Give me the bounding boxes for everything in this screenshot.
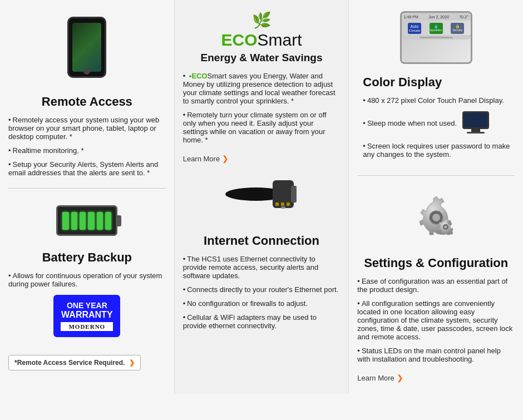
internet-bullet-3: No configuration or firewalls to adjust.	[183, 299, 341, 308]
eco-text: ECO	[221, 31, 257, 49]
monitor-icon	[461, 110, 490, 136]
column-1: Remote Access Remotely access your syste…	[0, 0, 175, 394]
gear-icon	[411, 192, 461, 243]
ethernet-image-wrapper	[183, 164, 341, 228]
display-status-bar: 1:49 PM Jun 2, 2020 70.2°	[402, 13, 471, 21]
phone-icon	[67, 17, 106, 78]
eco-bullet-1: •ECOSmart saves you Energy, Water and Mo…	[183, 72, 341, 105]
display-bullet-1: 480 x 272 pixel Color Touch Panel Displa…	[363, 96, 515, 105]
bullet-item: Remotely access your system using your w…	[8, 116, 166, 141]
svg-point-12	[432, 214, 440, 221]
color-display-device: 1:49 PM Jun 2, 2020 70.2° Auto Climate 💧…	[400, 11, 472, 64]
learn-more-arrow-2: ❯	[397, 373, 403, 382]
svg-rect-10	[467, 132, 485, 134]
internet-bullets: The HCS1 uses Ethernet connectivity to p…	[183, 255, 341, 330]
display-security-btn: 🔒 Security	[451, 23, 464, 34]
settings-bullet-2: All configuration settings are convenien…	[357, 299, 515, 341]
ethernet-cable-icon	[225, 169, 298, 219]
smart-text: Smart	[258, 31, 302, 49]
svg-rect-3	[275, 202, 279, 206]
svg-point-14	[444, 225, 447, 229]
battery-backup-title: Battery Backup	[8, 250, 166, 265]
remote-access-bullets: Remotely access your system using your w…	[8, 116, 166, 177]
internet-connection-title: Internet Connection	[183, 234, 341, 248]
eco-subtitle: Energy & Water Savings	[183, 52, 341, 64]
learn-more-arrow-1: ❯	[222, 154, 229, 163]
svg-rect-4	[281, 202, 284, 206]
gear-icon-wrapper	[357, 187, 515, 250]
internet-bullet-2: Connects directly to your router's Ether…	[183, 285, 341, 294]
remote-access-title: Remote Access	[8, 95, 166, 109]
service-note[interactable]: *Remote Access Service Required. ❯	[8, 355, 141, 370]
battery-bar-3	[80, 212, 86, 230]
bullet-item: Setup your Security Alerts, System Alert…	[8, 160, 166, 177]
eco-bullets-top: •ECOSmart saves you Energy, Water and Mo…	[183, 72, 341, 144]
main-container: Remote Access Remotely access your syste…	[0, 0, 523, 394]
learn-more-text-2: Learn More	[357, 374, 394, 382]
display-image-wrapper: 1:49 PM Jun 2, 2020 70.2° Auto Climate 💧…	[357, 11, 515, 70]
display-icons-row: Auto Climate 💧 Sprinklers 🔒 Security	[402, 21, 471, 35]
display-sprinklers-btn: 💧 Sprinklers	[430, 23, 443, 34]
service-note-text: *Remote Access Service Required.	[14, 359, 125, 367]
battery-icon	[56, 205, 117, 236]
display-date: Jun 2, 2020	[428, 15, 449, 19]
warranty-brand: MODERNO	[61, 322, 113, 331]
learn-more-link-2[interactable]: Learn More ❯	[357, 373, 403, 382]
eco-bullet-2: Remotely turn your climate system on or …	[183, 111, 341, 144]
service-note-chevron: ❯	[129, 359, 135, 367]
display-bullet-3: Screen lock requires user password to ma…	[363, 142, 515, 159]
column-3: 1:49 PM Jun 2, 2020 70.2° Auto Climate 💧…	[349, 0, 523, 394]
internet-bullet-1: The HCS1 uses Ethernet connectivity to p…	[183, 255, 341, 280]
battery-image-wrapper	[8, 200, 166, 245]
bullet-item: Realtime monitoring. *	[8, 146, 166, 155]
warranty-line2: WARRANTY	[61, 310, 113, 320]
settings-config-title: Settings & Configuration	[357, 256, 515, 270]
battery-bar-2	[71, 212, 77, 230]
svg-rect-8	[464, 113, 487, 127]
column-2: 🌿 ECOSmart Energy & Water Savings •ECOSm…	[175, 0, 349, 394]
warranty-line1: ONE YEAR	[61, 301, 113, 310]
bullet-item: Allows for continuous operation of your …	[8, 271, 166, 288]
settings-config-bullets: Ease of configuration was an essential p…	[357, 277, 515, 363]
internet-bullet-4: Cellular & WiFi adapters may be used to …	[183, 313, 341, 330]
settings-bullet-1: Ease of configuration was an essential p…	[357, 277, 515, 294]
svg-rect-2	[291, 186, 297, 202]
eco-highlight: •ECO	[189, 72, 208, 80]
display-bullet-2: Sleep mode when not used.	[363, 110, 515, 136]
warranty-box: ONE YEAR WARRANTY MODERNO	[53, 295, 120, 337]
svg-rect-6	[281, 206, 285, 209]
battery-bar-5	[97, 212, 103, 230]
learn-more-link-1[interactable]: Learn More ❯	[183, 154, 229, 163]
battery-bar-4	[88, 212, 94, 230]
phone-image-wrapper	[8, 11, 166, 89]
display-climate-btn: Auto Climate	[408, 23, 421, 34]
color-display-title: Color Display	[357, 75, 515, 90]
color-display-bullets: 480 x 272 pixel Color Touch Panel Displa…	[357, 96, 515, 159]
svg-rect-5	[287, 202, 290, 206]
eco-title: ECOSmart	[183, 31, 341, 50]
learn-more-text-1: Learn More	[183, 155, 220, 163]
display-temp: 70.2°	[459, 15, 468, 19]
battery-backup-bullets: Allows for continuous operation of your …	[8, 271, 166, 288]
ethernet-svg	[225, 169, 298, 219]
battery-bar-6	[105, 212, 111, 230]
display-time: 1:49 PM	[404, 15, 418, 19]
battery-bar-1	[62, 212, 68, 230]
settings-bullet-3: Status LEDs on the main control panel he…	[357, 347, 515, 363]
eco-leaf-icon: 🌿	[252, 12, 272, 29]
